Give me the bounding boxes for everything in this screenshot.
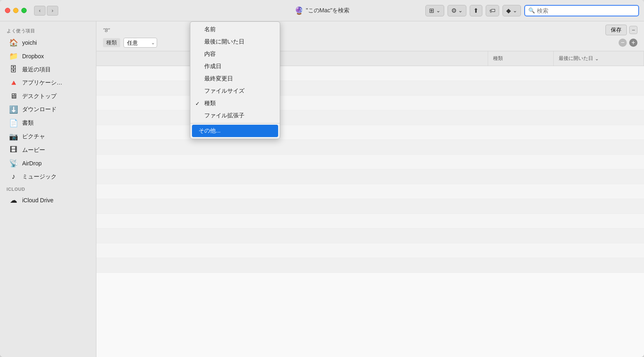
table-row[interactable] <box>96 140 644 155</box>
nav-buttons: ‹ › <box>34 6 58 16</box>
dropdown-item-kind[interactable]: ✓ 種類 <box>190 97 280 110</box>
sidebar-item-label: ダウンロード <box>22 106 57 113</box>
documents-icon: 📄 <box>9 119 18 128</box>
sidebar-item-dropbox[interactable]: 📁 Dropbox <box>2 50 94 63</box>
dropdown-item-label: 最後に開いた日 <box>204 38 244 46</box>
settings-chevron-icon: ⌄ <box>458 7 463 14</box>
sidebar: よく使う項目 🏠 yoichi 📁 Dropbox 🗄 最近の項目 🔺 アプリケ… <box>0 21 96 357</box>
sidebar-item-desktop[interactable]: 🖥 デスクトップ <box>2 90 94 103</box>
dropbox-icon: ◆ <box>506 7 511 14</box>
date-sort-icon: ⌄ <box>595 56 599 62</box>
table-body <box>96 66 644 357</box>
dropdown-item-contents[interactable]: 内容 <box>190 48 280 60</box>
sidebar-item-downloads[interactable]: ⬇️ ダウンロード <box>2 103 94 116</box>
main-layout: よく使う項目 🏠 yoichi 📁 Dropbox 🗄 最近の項目 🔺 アプリケ… <box>0 21 644 357</box>
sidebar-item-yoichi[interactable]: 🏠 yoichi <box>2 36 94 49</box>
save-button[interactable]: 保存 <box>605 25 627 35</box>
col-header-date[interactable]: 最後に開いた日 ⌄ <box>554 51 644 66</box>
sidebar-item-label: ミュージック <box>22 173 57 181</box>
checkmark-icon: ✓ <box>195 101 201 107</box>
sidebar-item-label: 最近の項目 <box>22 66 51 73</box>
folder-icon: 📁 <box>9 52 18 61</box>
dropbox-button[interactable]: ◆ ⌄ <box>502 5 521 16</box>
table-row[interactable] <box>96 155 644 169</box>
table-row[interactable] <box>96 229 644 243</box>
table-row[interactable] <box>96 169 644 184</box>
table-row[interactable] <box>96 184 644 199</box>
search-icon: 🔍 <box>528 7 535 14</box>
downloads-icon: ⬇️ <box>9 105 18 114</box>
dropdown-item-label: 内容 <box>204 50 216 58</box>
add-filter-button[interactable]: + <box>629 39 637 47</box>
sidebar-item-documents[interactable]: 📄 書類 <box>2 117 94 130</box>
col-header-kind[interactable]: 種類 <box>488 51 554 66</box>
view-chevron-icon: ⌄ <box>436 7 441 14</box>
dropdown-item-label: 名前 <box>204 26 216 33</box>
sidebar-item-label: iCloud Drive <box>22 197 53 204</box>
share-button[interactable]: ⬆ <box>470 5 482 16</box>
table-row[interactable] <box>96 96 644 110</box>
window-title-area: 🔮 "このMac"を検索 <box>295 6 349 15</box>
share-icon: ⬆ <box>473 7 479 14</box>
title-icon: 🔮 <box>295 6 304 15</box>
kind-select[interactable]: 任意 フォルダ 書類 画像 動画 音楽 <box>123 38 157 48</box>
table-row[interactable] <box>96 214 644 229</box>
view-options-button[interactable]: ⊞ ⌄ <box>425 5 444 16</box>
forward-icon: › <box>52 7 53 14</box>
table-row[interactable] <box>96 258 644 273</box>
close-button[interactable] <box>5 8 10 13</box>
pictures-icon: 📷 <box>9 132 18 141</box>
dropdown-item-name[interactable]: 名前 <box>190 23 280 36</box>
desktop-icon: 🖥 <box>9 92 18 101</box>
dropdown-item-label: 種類 <box>204 100 216 107</box>
sidebar-item-recent[interactable]: 🗄 最近の項目 <box>2 63 94 76</box>
sidebar-item-label: デスクトップ <box>22 93 57 100</box>
finder-window: ‹ › 🔮 "このMac"を検索 ⊞ ⌄ ⚙ ⌄ ⬆ 🏷 <box>0 0 644 357</box>
dropdown-item-created[interactable]: 作成日 <box>190 60 280 73</box>
search-box: 🔍 <box>524 5 639 16</box>
dropdown-item-modified[interactable]: 最終変更日 <box>190 73 280 85</box>
title-bar: ‹ › 🔮 "このMac"を検索 ⊞ ⌄ ⚙ ⌄ ⬆ 🏷 <box>0 0 644 21</box>
dropdown-item-label: 作成日 <box>204 63 222 70</box>
window-title: "このMac"を検索 <box>306 7 349 14</box>
table-row[interactable] <box>96 199 644 214</box>
sidebar-item-movies[interactable]: 🎞 ムービー <box>2 144 94 156</box>
col-header-name <box>96 51 488 66</box>
search-term-tag: "8" <box>103 27 110 33</box>
remove-kind-filter-button[interactable]: − <box>619 39 627 47</box>
sidebar-item-applications[interactable]: 🔺 アプリケーシ… <box>2 76 94 89</box>
settings-button[interactable]: ⚙ ⌄ <box>448 5 466 16</box>
maximize-button[interactable] <box>21 8 27 13</box>
dropdown-item-other[interactable]: その他... <box>192 125 278 137</box>
sidebar-item-label: ムービー <box>22 146 45 154</box>
dropbox-chevron-icon: ⌄ <box>513 7 517 14</box>
tag-button[interactable]: 🏷 <box>486 5 499 16</box>
table-row[interactable] <box>96 125 644 140</box>
dropdown-item-label: その他... <box>199 127 221 135</box>
sidebar-item-label: 書類 <box>22 119 34 127</box>
table-row[interactable] <box>96 110 644 125</box>
sidebar-item-pictures[interactable]: 📷 ピクチャ <box>2 130 94 143</box>
date-column-label: 最後に開いた日 <box>559 55 593 62</box>
minimize-button[interactable] <box>13 8 18 13</box>
back-button[interactable]: ‹ <box>34 6 46 16</box>
home-icon: 🏠 <box>9 38 18 47</box>
sidebar-item-icloud-drive[interactable]: ☁ iCloud Drive <box>2 194 94 207</box>
table-row[interactable] <box>96 66 644 81</box>
dropdown-item-last-opened[interactable]: 最後に開いた日 <box>190 36 280 48</box>
sidebar-item-music[interactable]: ♪ ミュージック <box>2 170 94 183</box>
forward-button[interactable]: › <box>47 6 58 16</box>
sidebar-item-label: yoichi <box>22 39 37 46</box>
traffic-lights <box>5 8 27 13</box>
table-row[interactable] <box>96 243 644 258</box>
table-row[interactable] <box>96 81 644 96</box>
search-input[interactable] <box>537 7 635 14</box>
filter-row-1: "8" 保存 − <box>103 25 637 35</box>
dropdown-item-extension[interactable]: ファイル拡張子 <box>190 110 280 122</box>
remove-filter-button[interactable]: − <box>629 26 637 34</box>
airdrop-icon: 📡 <box>9 159 18 168</box>
dropdown-item-file-size[interactable]: ファイルサイズ <box>190 85 280 97</box>
dropdown-divider <box>190 123 280 124</box>
sidebar-item-airdrop[interactable]: 📡 AirDrop <box>2 157 94 170</box>
movies-icon: 🎞 <box>9 146 18 154</box>
